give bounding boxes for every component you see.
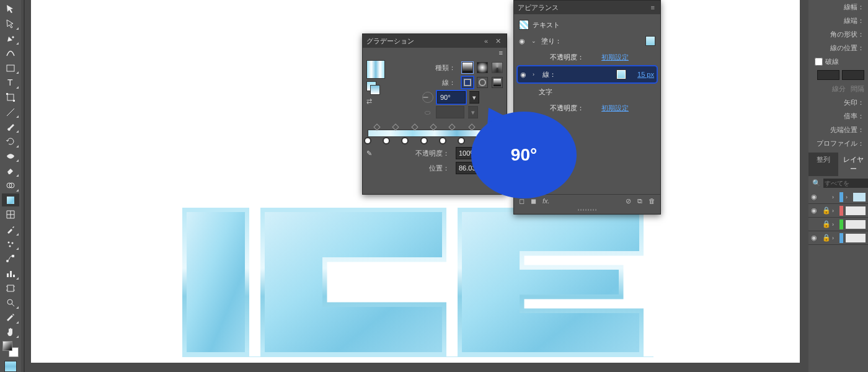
gradient-type-linear[interactable] (462, 62, 473, 73)
svg-rect-14 (12, 255, 14, 257)
type-tool[interactable]: T (2, 76, 19, 89)
mesh-tool[interactable] (2, 208, 19, 221)
svg-point-13 (6, 260, 9, 262)
pen-tool[interactable] (2, 32, 19, 45)
stroke-weight-link[interactable]: 15 px (637, 71, 654, 78)
characters-label: 文字 (539, 87, 552, 97)
gradient-stop[interactable] (383, 137, 390, 144)
tab-layers[interactable]: レイヤー (838, 153, 868, 176)
layer-row[interactable]: ◉ ›› (808, 190, 868, 204)
gradient-stop[interactable] (401, 137, 409, 144)
hand-tool[interactable] (2, 326, 19, 339)
curvature-tool[interactable] (2, 46, 19, 60)
free-transform-tool[interactable] (2, 91, 19, 104)
angle-input[interactable] (437, 91, 466, 104)
right-property-panel: 線幅： 線端： 角の形状： 線の位置： 破線 線分間隔 矢印： 倍率： 先端位置… (808, 0, 868, 372)
layer-row[interactable]: ◉🔒 › (808, 204, 868, 218)
slice-tool[interactable] (2, 311, 19, 324)
panel-menu-icon[interactable]: ≡ (649, 4, 657, 11)
gradient-tool[interactable] (2, 193, 19, 207)
add-effect-icon[interactable]: fx. (542, 197, 550, 205)
fill-label: 塗り： (541, 37, 562, 46)
angle-dial[interactable] (422, 92, 433, 103)
tab-align[interactable]: 整列 (808, 153, 838, 176)
column-graph-tool[interactable] (2, 267, 19, 280)
eyedropper-icon[interactable]: ✎ (366, 149, 372, 157)
grad-type-label: 種類： (394, 63, 458, 73)
expand-toggle[interactable]: › (533, 71, 539, 78)
clear-appearance-icon[interactable]: ⊘ (626, 197, 631, 205)
fill-swatch[interactable] (645, 36, 655, 46)
callout-bubble: 90° (471, 112, 577, 198)
fill-stroke-swatch[interactable] (2, 341, 19, 357)
gradient-type-radial[interactable] (477, 62, 488, 73)
gradient-panel-title: グラデーション (366, 37, 479, 46)
angle-dropdown[interactable]: ▾ (469, 91, 479, 104)
appearance-thumb (519, 20, 529, 30)
panel-resize-grip[interactable] (514, 208, 660, 211)
svg-text:T: T (7, 78, 13, 87)
opacity-value-link[interactable]: 初期設定 (601, 53, 629, 62)
svg-rect-4 (7, 94, 14, 100)
visibility-icon[interactable]: ◉ (811, 206, 820, 215)
visibility-icon[interactable]: ◉ (811, 234, 820, 242)
align-stroke-label: 線の位置： (830, 43, 864, 53)
gradient-preview-swatch[interactable] (366, 60, 385, 79)
visibility-icon[interactable]: ◉ (811, 193, 820, 201)
selection-tool[interactable] (2, 2, 19, 16)
stroke-swatch[interactable] (616, 69, 626, 79)
visibility-toggle[interactable]: ◉ (519, 37, 528, 45)
gap1-input[interactable] (842, 70, 864, 80)
visibility-toggle[interactable]: ◉ (520, 71, 529, 79)
lock-icon[interactable]: 🔒 (822, 220, 830, 228)
gradient-stop[interactable] (364, 137, 371, 144)
lock-icon[interactable]: 🔒 (822, 206, 830, 215)
layer-row[interactable]: ◉🔒 › (808, 231, 868, 245)
lock-icon[interactable]: 🔒 (822, 234, 830, 242)
opacity-value-link2[interactable]: 初期設定 (601, 104, 629, 113)
ice-text[interactable] (182, 208, 644, 356)
stroke-gradient-along[interactable] (477, 77, 488, 88)
rotate-tool[interactable] (2, 135, 19, 148)
layer-search-input[interactable] (823, 179, 868, 188)
width-tool[interactable] (2, 149, 19, 163)
rectangle-tool[interactable] (2, 61, 19, 75)
opacity-row-label2: 不透明度： (550, 104, 584, 113)
duplicate-item-icon[interactable]: ⧉ (637, 197, 642, 205)
shape-builder-tool[interactable] (2, 179, 19, 192)
expand-toggle[interactable]: ⌄ (531, 38, 538, 44)
direct-selection-tool[interactable] (2, 17, 19, 31)
stroke-gradient-within[interactable] (462, 77, 473, 88)
default-gradient-swatch[interactable] (4, 361, 17, 372)
symbol-sprayer-tool[interactable] (2, 237, 19, 251)
svg-rect-9 (7, 197, 14, 204)
dashed-line-checkbox[interactable] (815, 58, 823, 66)
gradient-fillstroke-toggle[interactable] (366, 81, 380, 95)
line-segment-tool[interactable] (2, 105, 19, 119)
add-fill-icon[interactable]: ◼ (531, 197, 536, 205)
panel-close-icon[interactable]: ✕ (494, 37, 503, 45)
gradient-stop[interactable] (439, 137, 446, 144)
artboard-tool[interactable] (2, 281, 19, 295)
stroke-width-label: 線幅： (844, 2, 864, 12)
stroke-gradient-across[interactable] (492, 77, 503, 88)
dash1-input[interactable] (817, 70, 839, 80)
layer-row[interactable]: 🔒 › (808, 218, 868, 231)
delete-item-icon[interactable]: 🗑 (649, 197, 655, 205)
gradient-type-freeform[interactable] (492, 62, 503, 73)
gradient-stop[interactable] (458, 137, 465, 144)
zoom-tool[interactable] (2, 296, 19, 309)
opacity-label: 不透明度： (376, 149, 452, 158)
opacity-row-label: 不透明度： (550, 53, 584, 62)
panel-collapse-icon[interactable]: « (482, 37, 490, 45)
panel-menu-icon[interactable]: ≡ (499, 49, 503, 56)
reverse-gradient-icon[interactable]: ⇄ (366, 97, 385, 105)
callout-text: 90° (511, 145, 537, 165)
paintbrush-tool[interactable] (2, 120, 19, 133)
svg-point-10 (8, 241, 10, 243)
blend-tool[interactable] (2, 252, 19, 265)
search-icon: 🔍 (812, 179, 821, 187)
eraser-tool[interactable] (2, 164, 19, 177)
gradient-stop[interactable] (420, 137, 428, 144)
eyedropper-tool[interactable] (2, 223, 19, 236)
